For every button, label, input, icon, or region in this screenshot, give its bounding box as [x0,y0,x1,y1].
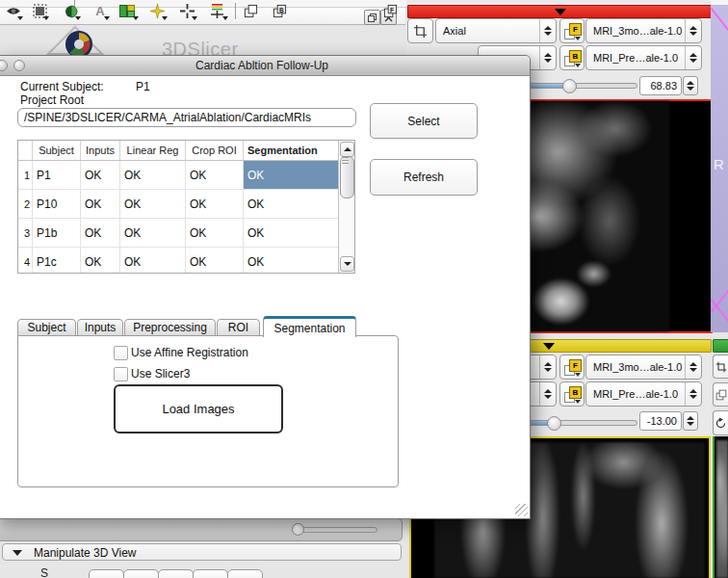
layers-icon [715,389,727,401]
red-foreground-layer-button[interactable]: F [559,18,585,43]
eye-icon [6,6,21,16]
select-button[interactable]: Select [370,103,478,139]
table-row[interactable]: 3 P1b OK OK OK OK [18,219,339,248]
tab-inputs[interactable]: Inputs [77,319,123,336]
green-crop-button[interactable] [713,355,728,379]
use-slicer3-label: Use Slicer3 [131,367,190,381]
table-row[interactable]: 1 P1 OK OK OK OK [18,161,339,190]
partial-button[interactable] [193,569,228,578]
compare-layers-button[interactable] [241,3,260,19]
stepper-icon[interactable] [685,355,701,379]
red-background-volume-select[interactable]: MRI_Pre…ale-1.0 [585,45,702,70]
load-images-button[interactable]: Load Images [114,384,283,434]
foreground-toggle-button[interactable]: F [380,3,400,19]
layers-icon [244,4,258,18]
table-row[interactable]: 4 P1c OK OK OK OK [18,248,339,273]
dropdown-arrow-icon [75,16,81,20]
red-slice-spinner[interactable] [683,76,698,95]
dialog-titlebar[interactable]: Cardiac Abltion Follow-Up [0,56,530,76]
crop-slice-button[interactable] [407,18,433,43]
dialog-title: Cardiac Abltion Follow-Up [0,59,530,72]
toolbar-separator [235,3,236,19]
stepper-icon[interactable] [539,382,556,406]
yellow-background-volume-select[interactable]: MRI_Pre…ale-1.0 [585,381,702,407]
tab-segmentation[interactable]: Segmentation [263,316,356,337]
col-linear-reg[interactable]: Linear Reg [120,141,186,160]
stepper-icon[interactable] [685,19,701,42]
col-inputs[interactable]: Inputs [81,141,120,160]
manipulate-3d-view-label: Manipulate 3D View [34,546,137,560]
partial-button[interactable] [158,569,194,578]
green-slice-view[interactable] [713,436,728,578]
background-layer-icon: B [569,50,582,63]
col-segmentation[interactable]: Segmentation [244,141,339,160]
tab-preprocessing[interactable]: Preprocessing [124,319,216,336]
screen: 3DSlicer Axial F MRI_3mo…ale-1.0 B MRI_P… [0,0,728,578]
table-row[interactable]: 2 P10 OK OK OK OK [18,190,339,219]
dropdown-arrow-icon [162,16,168,20]
red-slice-view[interactable] [525,99,713,333]
background-volume-value: MRI_Pre…ale-1.0 [593,52,678,64]
stepper-icon[interactable] [539,19,556,42]
use-slicer3-checkbox[interactable] [114,367,128,381]
scrollbar-thumb[interactable] [340,156,354,198]
table-scrollbar[interactable] [338,141,354,273]
scrollbar-grip [342,157,349,158]
yellow-slice-spinner[interactable] [683,411,698,431]
threed-view-strip[interactable]: R [711,5,728,332]
red-foreground-volume-select[interactable]: MRI_3mo…ale-1.0 [585,18,702,43]
orientation-marker-r: R [714,156,724,172]
use-affine-registration-checkbox[interactable] [114,346,128,360]
stepper-icon[interactable] [685,382,701,406]
dropdown-arrow-icon [575,373,581,377]
manipulate-3d-view-header[interactable]: Manipulate 3D View [2,543,402,561]
stepper-icon[interactable] [539,46,556,69]
col-crop-roi[interactable]: Crop ROI [186,141,244,160]
table-header-row[interactable]: Subject Inputs Linear Reg Crop ROI Segme… [18,141,339,161]
restore-icon [368,13,377,22]
red-viewer-bar[interactable] [407,5,712,18]
refresh-button[interactable]: Refresh [370,159,478,196]
yellow-background-layer-button[interactable]: B [559,381,585,407]
yellow-foreground-layer-button[interactable]: F [559,355,585,380]
tab-roi[interactable]: ROI [217,319,260,336]
red-slice-slider-handle[interactable] [562,79,577,93]
green-layers-button[interactable] [713,382,728,407]
green-viewer-bar[interactable] [713,339,728,353]
dropdown-arrow-icon [192,16,197,20]
yellow-foreground-volume-select[interactable]: MRI_3mo…ale-1.0 [585,355,702,380]
yellow-slice-offset-field[interactable]: -13.00 [639,411,682,431]
stepper-icon[interactable] [539,355,556,379]
coronal-mri-image [716,440,728,578]
subjects-table[interactable]: Subject Inputs Linear Reg Crop ROI Segme… [17,140,355,274]
background-toggle-button[interactable]: B [270,3,289,19]
foreground-layers-icon: F [383,4,398,18]
green-rotate-button[interactable] [713,410,728,435]
crop-icon [715,361,727,373]
dropdown-arrow-icon [575,400,581,404]
partial-button[interactable] [89,569,124,578]
partial-bottom-label: S [40,566,48,578]
scroll-up-icon[interactable] [340,142,354,157]
opacity-slider[interactable] [295,527,377,533]
orientation-select[interactable]: Axial [435,18,557,43]
red-background-layer-button[interactable]: B [559,45,585,70]
scroll-down-icon[interactable] [340,256,354,272]
orientation-value: Axial [443,25,466,37]
red-slice-offset-field[interactable]: 68.83 [639,76,682,95]
resize-grip[interactable] [515,504,528,516]
partial-button[interactable] [227,569,263,578]
partial-button[interactable] [123,569,159,578]
opacity-slider-handle[interactable] [292,523,304,536]
collapse-triangle-icon [543,343,555,350]
axial-mri-image [527,101,669,331]
restore-window-button[interactable] [364,10,380,25]
svg-text:F: F [390,7,394,13]
yellow-slice-slider-handle[interactable] [547,416,561,431]
threed-crosshair-line [711,8,728,35]
col-subject[interactable]: Subject [33,141,81,160]
project-root-input[interactable]: /SPINE/3DSLICER/CARMA_AtrialAblation/Car… [17,108,356,127]
tab-subject[interactable]: Subject [17,319,76,336]
stepper-icon[interactable] [685,46,701,69]
selected-cell[interactable]: OK [244,161,339,189]
